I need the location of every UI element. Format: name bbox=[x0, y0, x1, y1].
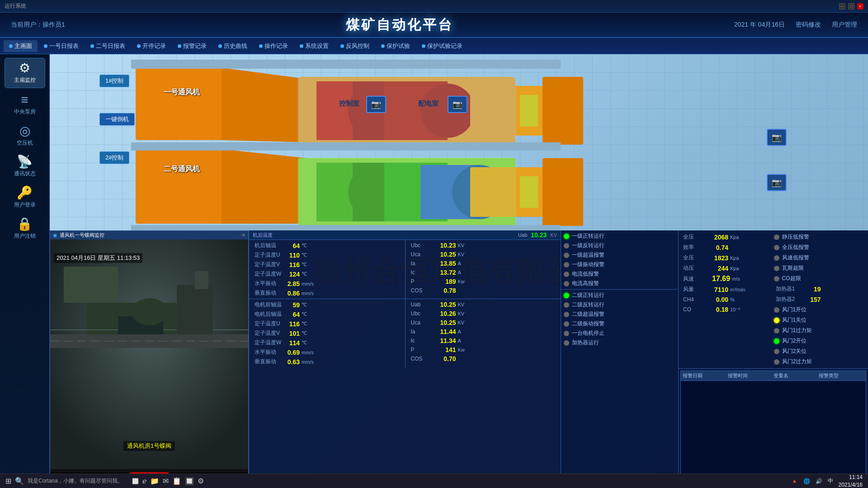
nav-protect-test[interactable]: 保护试验 bbox=[376, 40, 415, 52]
metrics-top: 全压 2068 Kpa 效率 0.74 全压 1823 Kpa bbox=[679, 230, 868, 369]
dot-door2-torque bbox=[774, 359, 779, 365]
sidebar: ⚙ 主扇监控 ≡ 中央泵房 ◎ 空压机 📡 通讯状态 🔑 用户登录 🔒 用户注销 bbox=[0, 54, 50, 488]
sensor2-rear-axle: 电机后轴温 64 ℃ bbox=[253, 310, 401, 319]
nav-reverse[interactable]: 反风控制 bbox=[335, 40, 375, 52]
volume-icon[interactable]: 🔊 bbox=[816, 478, 822, 484]
status-fan1-overheat: 一级超温报警 bbox=[564, 250, 675, 260]
reverse-label[interactable]: 一键倒机 bbox=[99, 113, 135, 126]
nav-dot-rev bbox=[340, 44, 344, 48]
control1-label[interactable]: 1#控制 bbox=[99, 75, 129, 87]
header-date: 2021 年 04月16日 bbox=[734, 21, 785, 29]
sensor2-vert-vib: 垂直振动 0.63 mm/s bbox=[253, 357, 401, 366]
nav-dot-ss bbox=[137, 44, 141, 48]
edge-icon[interactable]: ℯ bbox=[142, 477, 146, 485]
svg-marker-1 bbox=[222, 68, 307, 142]
camera-power-room[interactable]: 📷 bbox=[448, 96, 467, 113]
nav-report2[interactable]: 二号日报表 bbox=[85, 40, 131, 52]
taskbar-app3[interactable]: ⚙ bbox=[198, 477, 204, 485]
status-gas-exceed: 瓦斯超限 bbox=[774, 263, 866, 273]
fan2-label: 二号通风机 bbox=[158, 163, 205, 176]
title-bar: 运行系统 ─ □ × bbox=[0, 0, 868, 13]
content-area: 1#控制 一号通风机 一键倒机 2#控制 二号通风机 控制室 📷 配电室 📷 📷… bbox=[50, 54, 868, 488]
svg-rect-31 bbox=[131, 60, 561, 69]
sensor-ic: Ic 13.72 A bbox=[409, 268, 557, 277]
sensor-row-stator-u: 定子温度U 110 ℃ bbox=[253, 250, 401, 260]
nav-op-log[interactable]: 操作记录 bbox=[254, 40, 293, 52]
taskbar-app2[interactable]: 🔲 bbox=[185, 477, 194, 485]
status-panel: 一级正转运行 一级反转运行 一级超温报警 一级振动报警 bbox=[561, 230, 678, 488]
user-login-icon: 🔑 bbox=[17, 187, 33, 199]
data-area: 机后温度 Uab 10.23 KV 机后轴温 64 ℃ bbox=[249, 230, 561, 488]
search-button[interactable]: 🔍 bbox=[15, 477, 24, 485]
minimize-button[interactable]: ─ bbox=[839, 3, 845, 9]
sensor-cos: COS 0.78 bbox=[409, 286, 557, 295]
window-controls[interactable]: ─ □ × bbox=[839, 3, 863, 9]
cortana-text[interactable]: 我是Cortana，小娜。有问题尽管问我。 bbox=[28, 477, 123, 485]
camera-bottom-right[interactable]: 📷 bbox=[767, 174, 787, 191]
nav-history[interactable]: 历史曲线 bbox=[213, 40, 253, 52]
metrics-left: 全压 2068 Kpa 效率 0.74 全压 1823 Kpa bbox=[681, 232, 773, 366]
nav-settings[interactable]: 系统设置 bbox=[294, 40, 334, 52]
camera-control-room[interactable]: 📷 bbox=[366, 96, 386, 113]
close-button[interactable]: × bbox=[857, 3, 863, 9]
sensor-row-stator-w: 定子温度W 124 ℃ bbox=[253, 269, 401, 279]
control-room-label: 控制室 bbox=[339, 99, 359, 108]
sidebar-item-comm-status[interactable]: 📡 通讯状态 bbox=[5, 152, 45, 181]
dot-fan1-forward bbox=[564, 234, 569, 239]
svg-rect-12 bbox=[520, 95, 538, 127]
sidebar-item-compressor[interactable]: ◎ 空压机 bbox=[5, 121, 45, 150]
video-close[interactable]: ✕ bbox=[241, 232, 245, 238]
alarm-table: 报警日期 报警时间 变量名 报警类型 bbox=[680, 371, 866, 486]
time-display: 11:14 2021/4/16 bbox=[839, 474, 863, 488]
svg-rect-26 bbox=[542, 158, 583, 226]
metric-pressure-static: 全压 1823 Kpa bbox=[681, 253, 773, 263]
sidebar-item-fan-monitor[interactable]: ⚙ 主扇监控 bbox=[5, 58, 45, 88]
metric-pressure-full: 全压 2068 Kpa bbox=[681, 232, 773, 242]
taskbar-right: 🔺 🌐 🔊 中 11:14 2021/4/16 bbox=[791, 474, 863, 488]
start-button[interactable]: ⊞ bbox=[5, 477, 11, 485]
dot-heater-run bbox=[564, 340, 569, 346]
user-management-link[interactable]: 用户管理 bbox=[832, 21, 857, 29]
dot-static-low bbox=[774, 235, 779, 240]
status-full-low: 全压低报警 bbox=[774, 243, 866, 252]
maximize-button[interactable]: □ bbox=[848, 3, 854, 9]
svg-rect-29 bbox=[297, 157, 516, 227]
dot-curr-high bbox=[564, 281, 569, 286]
sidebar-item-pump-room[interactable]: ≡ 中央泵房 bbox=[5, 90, 45, 119]
mail-icon[interactable]: ✉ bbox=[163, 477, 169, 485]
status-heater-run: 加热器运行 bbox=[564, 338, 675, 347]
svg-rect-13 bbox=[136, 149, 226, 224]
video-footer: ✕ 退出 bbox=[50, 469, 248, 473]
nav-main[interactable]: 主画面 bbox=[4, 40, 38, 52]
fan1-section-header: 机后温度 Uab 10.23 KV bbox=[249, 230, 561, 240]
camera-top-right[interactable]: 📷 bbox=[767, 129, 787, 146]
nav-start-stop[interactable]: 开停记录 bbox=[132, 40, 171, 52]
fan1-label: 一号通风机 bbox=[158, 86, 205, 99]
nav-report1[interactable]: 一号日报表 bbox=[38, 40, 84, 52]
sensor2-stator-v: 定子温度V 101 ℃ bbox=[253, 328, 401, 338]
dot-door2-open bbox=[774, 338, 779, 344]
sys-tray-icons: 🔺 bbox=[791, 478, 798, 484]
change-password-link[interactable]: 密码修改 bbox=[796, 21, 821, 29]
sidebar-label-fan-monitor: 主扇监控 bbox=[14, 76, 36, 84]
control2-label[interactable]: 2#控制 bbox=[99, 151, 129, 164]
fan-svg bbox=[90, 54, 592, 235]
sensor2-horiz-vib: 水平振动 0.69 mm/s bbox=[253, 347, 401, 357]
svg-rect-41 bbox=[177, 285, 213, 334]
network-icon[interactable]: 🌐 bbox=[803, 478, 810, 484]
status-door1-open: 风门1开位 bbox=[774, 305, 866, 314]
taskbar-app1[interactable]: 📋 bbox=[172, 477, 181, 485]
nav-alarm-log[interactable]: 报警记录 bbox=[172, 40, 212, 52]
bottom-panel: ▣ 通风机一号蝶阀监控 ✕ 2021 04月16日 星期五 11:13:53 bbox=[50, 230, 868, 488]
explorer-icon[interactable]: 📁 bbox=[150, 477, 159, 485]
sidebar-item-user-logout[interactable]: 🔒 用户注销 bbox=[5, 214, 45, 244]
nav-protect-log[interactable]: 保护试验记录 bbox=[416, 40, 468, 52]
task-view-button[interactable]: ⬜ bbox=[132, 478, 139, 484]
dot-door1-open bbox=[774, 307, 779, 313]
video-header: ▣ 通风机一号蝶阀监控 ✕ bbox=[50, 231, 248, 239]
sensor-row-vert-vib: 垂直振动 0.86 mm/s bbox=[253, 288, 401, 298]
status-co-exceed: CO超限 bbox=[774, 274, 866, 283]
power-room-label: 配电室 bbox=[418, 99, 439, 108]
sidebar-item-user-login[interactable]: 🔑 用户登录 bbox=[5, 183, 45, 212]
video-feed bbox=[50, 239, 248, 469]
